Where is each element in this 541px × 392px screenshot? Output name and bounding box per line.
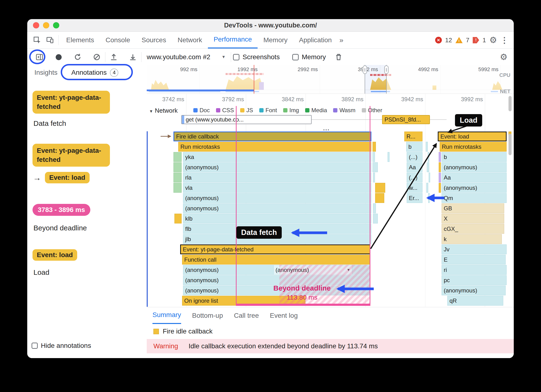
flame-bar[interactable]: w... — [407, 183, 422, 193]
flame-bar[interactable]: cGX_ — [442, 224, 504, 234]
flame-fragment[interactable] — [388, 152, 390, 162]
tab-memory[interactable]: Memory — [258, 32, 293, 48]
flame-bar[interactable]: Run microtasks — [178, 142, 371, 152]
flame-bar-event-annotated[interactable]: Event: load — [438, 132, 507, 141]
annotation-label[interactable]: Data fetch — [33, 119, 66, 127]
annotation-label-load[interactable]: Load — [455, 114, 482, 127]
flame-fragment[interactable] — [439, 152, 441, 162]
annotation-range-pill[interactable]: 3783 - 3896 ms — [32, 204, 90, 216]
flame-fragment[interactable] — [375, 183, 385, 193]
reload-record-icon[interactable] — [71, 51, 84, 64]
flame-bar[interactable]: yka — [183, 152, 371, 162]
settings-gear-icon[interactable]: ⚙ — [489, 36, 497, 44]
flame-bar[interactable]: (...) — [407, 173, 422, 182]
inspect-element-icon[interactable] — [31, 34, 43, 47]
flame-fragment[interactable] — [173, 173, 182, 182]
annotation-label[interactable]: Beyond deadline — [33, 224, 87, 232]
tab-elements[interactable]: Elements — [60, 32, 100, 48]
flame-bar[interactable]: Function call — [182, 255, 370, 265]
tab-sources[interactable]: Sources — [136, 32, 172, 48]
flame-bar[interactable]: (anonymous) — [183, 203, 371, 213]
tab-console[interactable]: Console — [100, 32, 136, 48]
flame-bar[interactable]: (anonymous) — [442, 286, 506, 295]
flame-fragment[interactable] — [428, 193, 430, 203]
screenshots-checkbox[interactable] — [233, 54, 239, 60]
flame-bar[interactable]: pc — [442, 275, 507, 285]
flame-bar[interactable]: X — [442, 214, 504, 223]
overview-window-grip-left[interactable]: ∥ — [363, 65, 367, 74]
flame-bar[interactable]: (...) — [407, 152, 422, 162]
beyond-deadline-duration[interactable]: 113.80 ms — [261, 294, 343, 301]
hide-annotations-checkbox[interactable] — [32, 343, 38, 349]
close-window-button[interactable] — [33, 22, 39, 28]
network-request[interactable]: PSDnSI_8fd... — [382, 115, 430, 124]
flame-bar[interactable]: GB — [442, 203, 504, 213]
flame-bar[interactable]: (anonymous) — [183, 193, 371, 203]
flame-fragment[interactable] — [375, 193, 384, 203]
minimize-window-button[interactable] — [43, 22, 49, 28]
flame-fragment[interactable] — [373, 142, 376, 152]
annotation-link[interactable]: → Event: load — [33, 172, 90, 183]
scrollbar-thumb[interactable] — [509, 134, 512, 155]
flame-fragment[interactable] — [173, 162, 182, 172]
error-count[interactable]: 12 — [445, 37, 452, 44]
clear-recording-icon[interactable] — [90, 51, 103, 64]
flame-fragment[interactable] — [428, 152, 429, 162]
network-track-toggle[interactable]: ▼ Network — [149, 107, 178, 114]
flame-fragment[interactable] — [173, 183, 182, 193]
tab-application[interactable]: Application — [293, 32, 337, 48]
annotation-entry-pill[interactable]: Event: yt-page-data-fetched — [32, 144, 110, 167]
flame-bar[interactable]: vla — [183, 183, 371, 193]
annotation-entry-pill[interactable]: Event: yt-page-data-fetched — [32, 91, 110, 114]
flame-fragment[interactable] — [439, 183, 441, 193]
flame-fragment[interactable] — [427, 162, 429, 172]
memory-checkbox[interactable] — [292, 54, 299, 60]
capture-settings-gear-icon[interactable]: ⚙ — [500, 53, 508, 61]
flame-fragment[interactable] — [426, 183, 428, 193]
flame-bar[interactable]: b — [442, 152, 507, 162]
flame-bar-event-annotated[interactable]: Event: yt-page-data-fetched — [180, 244, 370, 254]
flame-bar[interactable]: Jv — [442, 244, 507, 254]
warning-icon[interactable]: ! — [455, 37, 463, 43]
flame-fragment[interactable] — [373, 152, 375, 162]
collect-garbage-icon[interactable] — [332, 51, 345, 64]
tab-summary[interactable]: Summary — [152, 307, 181, 324]
flame-bar[interactable]: Qm — [442, 193, 507, 203]
flame-fragment[interactable] — [373, 162, 378, 172]
flame-bar[interactable]: (anonymous) — [442, 183, 507, 193]
track-resize-handle[interactable]: ... — [323, 125, 330, 132]
warning-count[interactable]: 7 — [466, 37, 469, 44]
error-icon[interactable]: ✕ — [435, 37, 442, 43]
flame-bar[interactable]: Aa — [407, 162, 422, 172]
network-request[interactable]: get (www.youtube.co... — [181, 115, 312, 124]
tab-bottom-up[interactable]: Bottom-up — [192, 307, 223, 324]
flame-bar[interactable]: Er... — [407, 193, 422, 203]
flame-fragment[interactable] — [439, 173, 441, 182]
history-select[interactable]: www.youtube.com #2 ▼ — [147, 53, 226, 61]
toggle-sidebar-icon[interactable] — [33, 51, 46, 64]
flame-bar[interactable]: E — [442, 255, 506, 265]
record-icon[interactable] — [52, 51, 65, 64]
more-tabs-icon[interactable]: » — [337, 36, 346, 44]
flame-fragment[interactable] — [373, 173, 375, 182]
flame-bar[interactable]: rla — [183, 173, 371, 182]
annotation-label[interactable]: Load — [33, 268, 49, 276]
overview-window-grip-right[interactable]: ∥ — [384, 65, 389, 74]
flame-fragment[interactable] — [373, 203, 376, 213]
tab-event-log[interactable]: Event log — [270, 307, 298, 324]
flame-fragment[interactable] — [439, 162, 441, 172]
flame-bar[interactable]: (anonymous) — [183, 162, 371, 172]
annotation-entry-pill[interactable]: Event: load — [32, 249, 77, 261]
timeline-overview[interactable]: 992 ms 1992 ms 2992 ms 3992 ms 4992 ms 5… — [147, 65, 514, 94]
zoom-window-button[interactable] — [53, 22, 59, 28]
flame-bar-selected[interactable]: Fire idle callback — [173, 132, 371, 141]
annotation-entry-pill[interactable]: Event: load — [45, 172, 90, 183]
customize-menu-icon[interactable]: ⋮ — [500, 35, 509, 45]
flame-fragment[interactable] — [426, 142, 428, 152]
tab-call-tree[interactable]: Call tree — [234, 307, 259, 324]
device-toolbar-icon[interactable] — [43, 34, 56, 47]
flame-bar[interactable]: ri — [442, 265, 507, 275]
flame-fragment[interactable] — [429, 173, 430, 182]
flame-bar[interactable]: qR — [447, 296, 503, 306]
issues-count[interactable]: 1 — [482, 37, 486, 44]
